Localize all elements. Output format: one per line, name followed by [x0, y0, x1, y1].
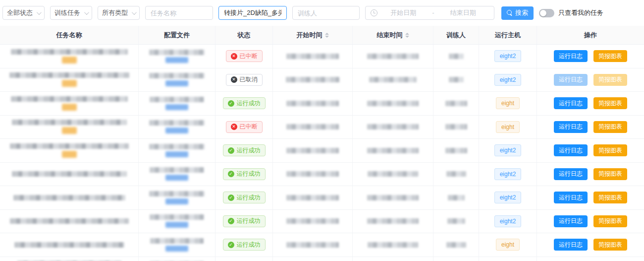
sort-icons[interactable] [405, 33, 409, 38]
config-file-cell [139, 257, 215, 261]
report-chart-button[interactable]: 简报图表 [593, 50, 627, 62]
sort-asc-icon[interactable] [405, 33, 409, 35]
config-file-cell [139, 163, 215, 186]
run-log-button[interactable]: 运行日志 [554, 144, 588, 156]
category-filter-select[interactable]: 所有类型 [98, 6, 140, 20]
run-log-button[interactable]: 运行日志 [554, 192, 588, 203]
status-cell: ✕ 已中断 [215, 45, 273, 68]
column-header-start-time[interactable]: 开始时间 [273, 26, 353, 44]
my-tasks-toggle-label: 只查看我的任务 [558, 8, 603, 17]
run-log-button[interactable]: 运行日志 [554, 215, 588, 227]
report-chart-button[interactable]: 简报图表 [593, 74, 627, 86]
status-label: 运行成功 [237, 99, 261, 108]
config-file-cell [139, 139, 215, 162]
task-name-cell [0, 233, 139, 257]
table-row: ✓ 运行成功 eight2 运行日志 简报图表 [0, 139, 644, 163]
task-name-input-wrap [145, 6, 213, 20]
host-cell: eight [479, 116, 537, 139]
redacted-trainer-name [445, 124, 467, 130]
search-button-label: 搜索 [515, 8, 528, 17]
redacted-start-time [286, 218, 339, 224]
redacted-config-name [150, 167, 204, 173]
run-log-button[interactable]: 运行日志 [554, 168, 588, 180]
end-time-cell [353, 139, 433, 162]
sort-desc-icon[interactable] [325, 36, 329, 38]
redacted-end-time [368, 242, 418, 248]
trainer-cell [433, 233, 479, 257]
status-badge: ✓ 运行成功 [223, 239, 266, 251]
start-time-cell [273, 210, 353, 233]
actions-cell: 运行日志 简报图表 [537, 68, 644, 92]
column-header-trainer: 训练人 [433, 26, 479, 44]
status-label: 运行成功 [237, 146, 261, 155]
status-label: 已中断 [240, 123, 258, 131]
sort-icons[interactable] [325, 33, 329, 38]
end-time-cell [353, 68, 433, 92]
table-row: ✕ 已中断 eight2 运行日志 简报图表 [0, 45, 644, 68]
status-icon: ✕ [231, 124, 237, 130]
sort-asc-icon[interactable] [325, 33, 329, 35]
run-log-button[interactable]: 运行日志 [554, 239, 588, 251]
host-tag: eight [496, 97, 520, 109]
run-log-button[interactable]: 运行日志 [554, 121, 588, 133]
model-name-input[interactable] [224, 9, 281, 17]
report-chart-button[interactable]: 简报图表 [593, 215, 627, 227]
task-name-input[interactable] [151, 9, 208, 17]
report-chart-button[interactable]: 简报图表 [593, 121, 627, 133]
action-buttons: 运行日志 简报图表 [554, 144, 627, 156]
search-button[interactable]: 搜索 [501, 6, 534, 20]
redacted-task-name [12, 120, 127, 125]
task-name-cell [0, 186, 139, 209]
status-badge: ✓ 运行成功 [223, 215, 266, 227]
action-buttons: 运行日志 简报图表 [554, 121, 627, 133]
start-date-placeholder: 开始日期 [377, 8, 429, 17]
column-header-end-time[interactable]: 结束时间 [353, 26, 433, 44]
redacted-config-link[interactable] [165, 151, 188, 157]
redacted-config-link[interactable] [165, 104, 188, 110]
redacted-start-time [286, 171, 339, 177]
run-log-button[interactable]: 运行日志 [554, 74, 588, 86]
end-time-cell [353, 186, 433, 209]
report-chart-button[interactable]: 简报图表 [593, 239, 627, 251]
task-type-filter-value: 训练任务 [54, 8, 80, 17]
report-chart-button[interactable]: 简报图表 [593, 144, 627, 156]
my-tasks-toggle[interactable] [539, 9, 554, 17]
redacted-config-link[interactable] [165, 198, 188, 204]
task-type-filter-select[interactable]: 训练任务 [50, 6, 92, 20]
report-chart-button[interactable]: 简报图表 [593, 192, 627, 203]
redacted-config-link[interactable] [165, 175, 188, 181]
actions-cell: 运行日志 简报图表 [537, 92, 644, 115]
chevron-down-icon [132, 10, 137, 15]
table-row: ✓ 运行成功 eight2 运行日志 简报图表 [0, 257, 644, 261]
status-icon: ✓ [228, 218, 234, 224]
chevron-down-icon [84, 10, 89, 15]
date-range-picker[interactable]: 开始日期 - 结束日期 [365, 6, 494, 20]
status-icon: ✕ [231, 76, 237, 83]
start-time-cell [273, 92, 353, 115]
redacted-config-link[interactable] [165, 128, 188, 133]
redacted-config-name [150, 97, 204, 102]
redacted-end-time [368, 171, 418, 177]
redacted-config-link[interactable] [165, 222, 188, 228]
redacted-config-link[interactable] [165, 57, 188, 63]
sort-desc-icon[interactable] [405, 36, 409, 38]
redacted-task-name [11, 96, 128, 102]
action-buttons: 运行日志 简报图表 [554, 192, 627, 203]
redacted-task-tag [62, 151, 77, 158]
status-filter-select[interactable]: 全部状态 [2, 6, 45, 20]
trainer-input[interactable] [298, 9, 354, 17]
task-name-cell [0, 163, 139, 186]
run-log-button[interactable]: 运行日志 [554, 50, 588, 62]
redacted-end-time [367, 101, 419, 106]
report-chart-button[interactable]: 简报图表 [593, 168, 627, 180]
redacted-trainer-name [449, 77, 464, 82]
table-header-row: 任务名称 配置文件 状态 开始时间 结束时间 训练人 运行主机 操作 [0, 26, 644, 45]
redacted-end-time [369, 77, 417, 82]
run-log-button[interactable]: 运行日志 [554, 97, 588, 109]
report-chart-button[interactable]: 简报图表 [593, 97, 627, 109]
redacted-config-link[interactable] [165, 80, 188, 86]
redacted-config-link[interactable] [165, 246, 188, 252]
config-file-cell [139, 92, 215, 115]
redacted-start-time [286, 195, 339, 200]
end-time-cell [353, 45, 433, 68]
